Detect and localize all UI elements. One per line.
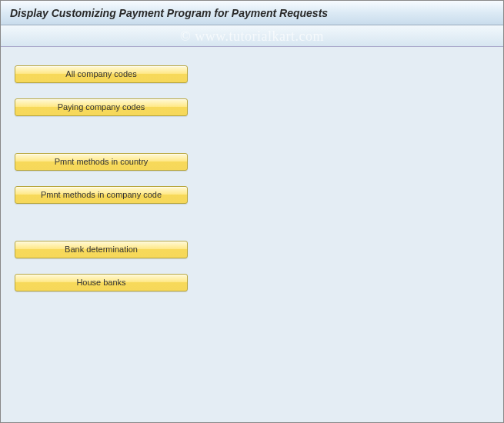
content-area: All company codes Paying company codes P… bbox=[1, 47, 503, 422]
application-toolbar bbox=[1, 25, 503, 47]
all-company-codes-button[interactable]: All company codes bbox=[15, 65, 188, 83]
title-bar: Display Customizing Payment Program for … bbox=[1, 1, 503, 25]
bank-determination-button[interactable]: Bank determination bbox=[15, 241, 188, 258]
pmnt-methods-company-button[interactable]: Pmnt methods in company code bbox=[15, 186, 188, 204]
house-banks-button[interactable]: House banks bbox=[15, 274, 188, 291]
pmnt-methods-country-button[interactable]: Pmnt methods in country bbox=[15, 153, 188, 171]
page-title: Display Customizing Payment Program for … bbox=[10, 7, 328, 19]
paying-company-codes-button[interactable]: Paying company codes bbox=[15, 98, 188, 116]
